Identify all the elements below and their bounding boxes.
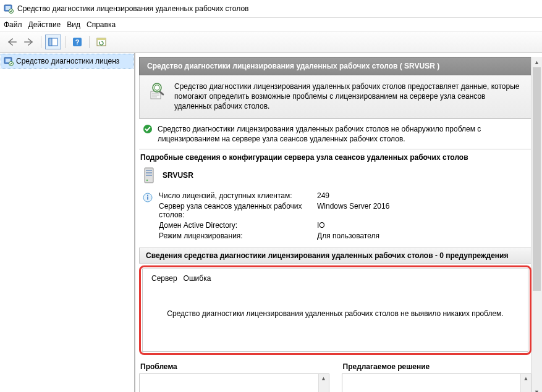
info-grid: Число лицензий, доступных клиентам: 249 … xyxy=(159,191,389,240)
layout: Средство диагностики лиценз ▲ ▼ Средство… xyxy=(0,52,542,392)
scroll-down-icon: ▼ xyxy=(531,386,542,392)
mode-value: Для пользователя xyxy=(317,231,389,240)
menu-file[interactable]: Файл xyxy=(4,20,22,29)
toolbar-separator xyxy=(41,36,41,48)
server-name: SRVUSR xyxy=(163,171,193,180)
info-block: Число лицензий, доступных клиентам: 249 … xyxy=(139,191,531,240)
panel-icon xyxy=(48,38,58,46)
diag-list: Сервер Ошибка Средство диагностики лицен… xyxy=(142,269,528,352)
domain-value: IO xyxy=(317,221,389,230)
menu-bar: Файл Действие Вид Справка xyxy=(0,18,542,31)
menu-view[interactable]: Вид xyxy=(67,20,80,29)
title-bar: Средство диагностики лицензирования удал… xyxy=(0,0,542,18)
refresh-button[interactable] xyxy=(93,35,109,49)
svg-rect-26 xyxy=(147,196,148,199)
toolbar-separator xyxy=(89,36,90,48)
svg-rect-22 xyxy=(146,172,152,173)
status-row: Средство диагностики лицензирования удал… xyxy=(139,119,531,149)
solution-heading: Предлагаемое решение xyxy=(342,362,532,371)
svg-rect-8 xyxy=(97,38,106,40)
arrow-right-icon xyxy=(24,38,34,46)
solution-box: ▲ ▼ xyxy=(342,373,532,392)
intro-text: Средство диагностики лицензирования удал… xyxy=(174,81,522,112)
problem-column: Проблема ▲ ▼ xyxy=(139,362,329,392)
content-header: Средство диагностики лицензирования удал… xyxy=(139,57,531,75)
magnifier-icon xyxy=(148,81,168,101)
host-label: Сервер узла сеансов удаленных рабочих ст… xyxy=(159,202,307,219)
vertical-scrollbar[interactable]: ▲ ▼ xyxy=(531,57,542,392)
menu-action[interactable]: Действие xyxy=(28,20,61,29)
content: Средство диагностики лицензирования удал… xyxy=(139,57,531,392)
refresh-view-icon xyxy=(96,38,106,46)
tree-panel: Средство диагностики лиценз xyxy=(0,53,135,392)
check-circle-icon xyxy=(143,124,153,134)
svg-text:?: ? xyxy=(75,38,80,46)
status-text: Средство диагностики лицензирования удал… xyxy=(158,124,531,144)
nav-back-button[interactable] xyxy=(4,35,20,49)
solution-column: Предлагаемое решение ▲ ▼ xyxy=(342,362,532,392)
intro-box: Средство диагностики лицензирования удал… xyxy=(139,75,531,119)
svg-rect-23 xyxy=(146,175,152,176)
domain-label: Домен Active Directory: xyxy=(159,221,307,230)
host-value: Windows Server 2016 xyxy=(317,202,389,219)
toolbar: ? xyxy=(0,31,542,52)
svg-point-24 xyxy=(146,180,148,181)
diag-columns: Сервер Ошибка xyxy=(143,269,528,283)
problem-heading: Проблема xyxy=(139,362,329,371)
window-title: Средство диагностики лицензирования удал… xyxy=(17,4,248,13)
app-icon xyxy=(4,56,14,66)
svg-point-27 xyxy=(147,194,148,196)
scroll-up-icon: ▲ xyxy=(531,57,542,67)
nav-forward-button[interactable] xyxy=(21,35,37,49)
info-icon xyxy=(143,193,153,202)
licenses-label: Число лицензий, доступных клиентам: xyxy=(159,191,307,200)
details-heading: Подробные сведения о конфигурации сервер… xyxy=(139,149,531,167)
vertical-scrollbar[interactable]: ▲ ▼ xyxy=(520,374,531,392)
main-panel: ▲ ▼ Средство диагностики лицензирования … xyxy=(135,53,542,392)
licenses-value: 249 xyxy=(317,191,389,200)
scroll-thumb[interactable] xyxy=(533,67,541,291)
bottom-columns: Проблема ▲ ▼ Предлагаемое решение xyxy=(139,362,531,392)
arrow-left-icon xyxy=(7,38,17,46)
svg-rect-21 xyxy=(146,170,152,171)
toolbar-separator xyxy=(65,36,66,48)
help-icon: ? xyxy=(72,37,82,47)
svg-point-17 xyxy=(155,85,159,90)
content-header-text: Средство диагностики лицензирования удал… xyxy=(147,62,439,70)
diag-band-text: Сведения средства диагностики лицензиров… xyxy=(146,251,508,260)
app-icon xyxy=(4,4,14,14)
server-icon xyxy=(143,167,156,184)
help-button[interactable]: ? xyxy=(69,35,85,49)
diag-band: Сведения средства диагностики лицензиров… xyxy=(139,248,531,264)
server-row: SRVUSR xyxy=(139,167,531,184)
diag-message: Средство диагностики лицензирования удал… xyxy=(143,309,528,318)
scroll-up-icon: ▲ xyxy=(319,374,329,383)
toggle-tree-button[interactable] xyxy=(45,35,61,49)
scroll-up-icon: ▲ xyxy=(521,374,531,383)
tree-item-label: Средство диагностики лиценз xyxy=(16,57,119,65)
svg-rect-4 xyxy=(49,38,52,46)
column-server[interactable]: Сервер xyxy=(151,274,177,283)
tree-item-root[interactable]: Средство диагностики лиценз xyxy=(1,54,133,69)
column-error[interactable]: Ошибка xyxy=(184,274,211,283)
mode-label: Режим лицензирования: xyxy=(159,231,307,240)
problem-box: ▲ ▼ xyxy=(139,373,329,392)
menu-help[interactable]: Справка xyxy=(87,20,116,29)
vertical-scrollbar[interactable]: ▲ ▼ xyxy=(318,374,329,392)
diag-box: Сервер Ошибка Средство диагностики лицен… xyxy=(139,265,531,355)
